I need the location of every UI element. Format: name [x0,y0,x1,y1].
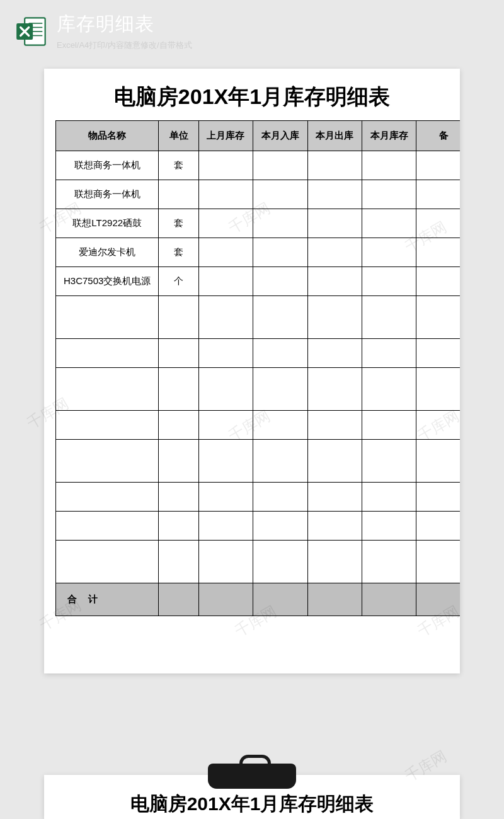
cell-item-name: 联想商务一体机 [56,151,159,180]
col-remark: 备 [416,121,460,151]
header-subtitle: Excel/A4打印/内容随意修改/自带格式 [57,40,192,51]
cell-unit [159,296,198,339]
cell-item-name [56,440,159,483]
table-row [56,440,461,483]
cell-unit [159,440,198,483]
cell-item-name [56,411,159,440]
table-row [56,368,461,411]
inventory-table: 物品名称 单位 上月库存 本月入库 本月出库 本月库存 备 联想商务一体机套联想… [55,120,460,616]
table-row [56,541,461,583]
col-this-stock: 本月库存 [362,121,416,151]
cell-unit: 套 [159,151,198,180]
total-label: 合计 [56,583,159,616]
cell-unit [159,180,198,209]
total-row: 合计 [56,583,461,616]
table-row: H3C7503交换机电源个 [56,267,461,296]
clipboard-clip-icon [208,764,296,789]
table-row: 联想LT2922硒鼓套 [56,209,461,238]
col-last-stock: 上月库存 [198,121,253,151]
cell-item-name [56,512,159,541]
cell-item-name: 联想LT2922硒鼓 [56,209,159,238]
table-row: 爱迪尔发卡机套 [56,238,461,267]
cell-item-name [56,483,159,512]
cell-unit: 个 [159,267,198,296]
table-row: 联想商务一体机 [56,180,461,209]
cell-unit: 套 [159,209,198,238]
cell-unit [159,339,198,368]
cell-item-name [56,296,159,339]
col-item-name: 物品名称 [56,121,159,151]
cell-unit: 套 [159,238,198,267]
cell-item-name [56,541,159,583]
cell-item-name: H3C7503交换机电源 [56,267,159,296]
cell-item-name: 爱迪尔发卡机 [56,238,159,267]
col-in: 本月入库 [253,121,307,151]
table-header-row: 物品名称 单位 上月库存 本月入库 本月出库 本月库存 备 [56,121,461,151]
table-row: 联想商务一体机套 [56,151,461,180]
cell-unit [159,368,198,411]
cell-unit [159,411,198,440]
excel-icon [15,15,48,48]
table-row [56,512,461,541]
table-row [56,339,461,368]
cell-unit [159,541,198,583]
document-title: 电脑房201X年1月库存明细表 [44,83,460,120]
page-header: 库存明细表 Excel/A4打印/内容随意修改/自带格式 [0,0,504,56]
document-preview: 电脑房201X年1月库存明细表 物品名称 单位 上月库存 本月入库 本月出库 本… [44,69,460,673]
table-row [56,483,461,512]
cell-item-name [56,368,159,411]
cell-unit [159,512,198,541]
table-row [56,411,461,440]
cell-item-name [56,339,159,368]
header-title: 库存明细表 [57,11,192,37]
cell-unit [159,483,198,512]
col-unit: 单位 [159,121,198,151]
col-out: 本月出库 [307,121,362,151]
cell-item-name: 联想商务一体机 [56,180,159,209]
table-row [56,296,461,339]
